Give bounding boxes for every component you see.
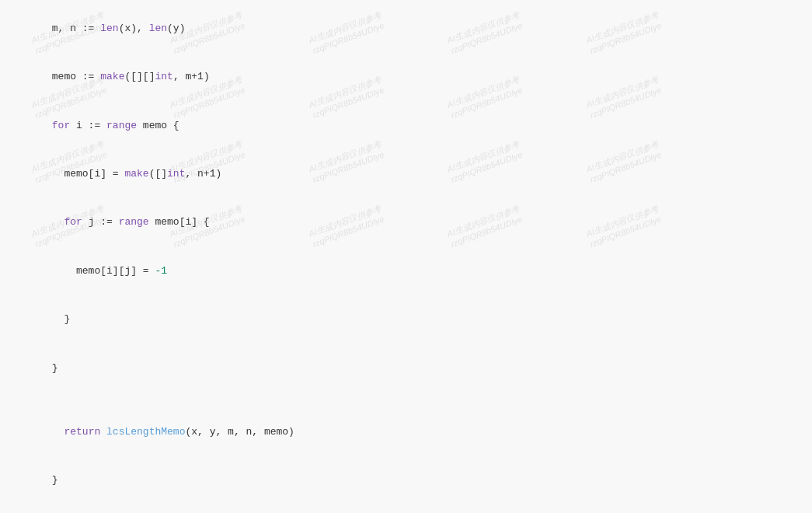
code-line: return lcsLengthMemo(x, y, m, n, memo): [16, 408, 796, 456]
code-line: for j := range memo[i] {: [16, 199, 796, 247]
code-line: m, n := len(x), len(y): [16, 5, 796, 53]
code-line: memo[i][j] = -1: [16, 247, 796, 295]
code-area: AI生成内容仅供参考rzqPIQR8b54UDIye AI生成内容仅供参考rzq…: [0, 0, 812, 513]
code-line: memo[i] = make([]int, n+1): [16, 150, 796, 198]
code-line: memo := make([][]int, m+1): [16, 53, 796, 101]
code-line: }: [16, 295, 796, 344]
code-line: }: [16, 457, 796, 505]
code-line-empty: [16, 393, 796, 408]
code-line: for i := range memo {: [16, 102, 796, 150]
code-block: m, n := len(x), len(y) memo := make([][]…: [16, 5, 796, 513]
code-line: }: [16, 344, 796, 393]
code-line-empty: [16, 505, 796, 513]
